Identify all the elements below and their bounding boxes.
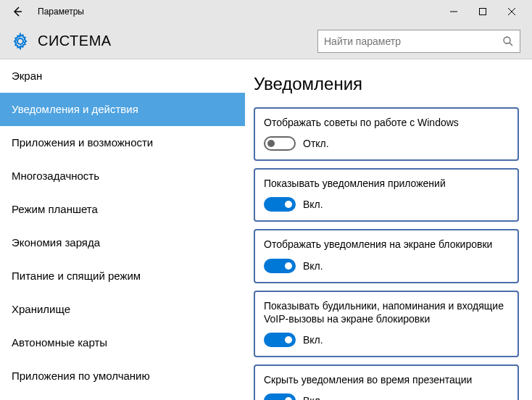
toggle-row: Вкл. <box>264 333 509 347</box>
toggle-switch[interactable] <box>264 333 296 347</box>
minimize-button[interactable] <box>439 0 468 23</box>
sidebar-item[interactable]: Экономия заряда <box>0 226 245 259</box>
settings-list: Отображать советы по работе с WindowsОтк… <box>254 107 519 400</box>
search-box[interactable] <box>317 30 520 53</box>
toggle-row: Вкл. <box>264 393 509 400</box>
sidebar-item[interactable]: Хранилище <box>0 293 245 326</box>
sidebar-item-label: Автономные карты <box>12 336 107 349</box>
content-title: Уведомления <box>254 74 519 94</box>
sidebar-item[interactable]: Режим планшета <box>0 193 245 226</box>
sidebar-item-label: Режим планшета <box>12 203 98 215</box>
back-button[interactable] <box>6 0 29 23</box>
sidebar-item[interactable]: Приложения и возможности <box>0 126 245 159</box>
toggle-switch[interactable] <box>264 393 296 400</box>
search-icon <box>502 36 514 47</box>
toggle-switch[interactable] <box>264 197 296 212</box>
sidebar-item-label: Приложения и возможности <box>12 136 153 149</box>
setting-card: Показывать уведомления приложенийВкл. <box>254 168 519 222</box>
sidebar-item[interactable]: Питание и спящий режим <box>0 259 245 293</box>
toggle-row: Откл. <box>264 136 509 151</box>
setting-label: Показывать будильники, напоминания и вхо… <box>264 299 509 325</box>
toggle-knob <box>285 336 292 343</box>
toggle-switch[interactable] <box>264 136 296 151</box>
window-title: Параметры <box>38 7 84 17</box>
body: ЭкранУведомления и действияПриложения и … <box>0 59 532 400</box>
sidebar-item-label: Экономия заряда <box>12 236 100 249</box>
toggle-state-label: Вкл. <box>303 395 323 400</box>
sidebar-item[interactable]: Автономные карты <box>0 326 245 359</box>
sidebar-item-label: Приложения по умолчанию <box>12 370 150 382</box>
setting-label: Показывать уведомления приложений <box>264 177 509 190</box>
setting-label: Отображать советы по работе с Windows <box>264 116 509 129</box>
search-input[interactable] <box>324 36 502 47</box>
close-icon <box>508 8 515 15</box>
setting-card: Показывать будильники, напоминания и вхо… <box>254 291 519 357</box>
sidebar-item[interactable]: Приложения по умолчанию <box>0 359 245 393</box>
setting-card: Отображать советы по работе с WindowsОтк… <box>254 107 519 161</box>
sidebar-item-label: Питание и спящий режим <box>12 270 141 282</box>
setting-card: Отображать уведомления на экране блокиро… <box>254 229 519 283</box>
toggle-state-label: Вкл. <box>303 334 323 346</box>
toggle-state-label: Откл. <box>303 138 329 149</box>
sidebar-item-label: Уведомления и действия <box>12 103 138 115</box>
svg-point-1 <box>504 37 510 43</box>
sidebar-item[interactable]: Многозадачность <box>0 159 245 193</box>
toggle-switch[interactable] <box>264 259 296 273</box>
toggle-state-label: Вкл. <box>303 199 323 210</box>
toggle-knob <box>285 262 292 270</box>
toggle-knob <box>285 201 292 208</box>
gear-icon <box>12 33 29 50</box>
sidebar-item-label: Хранилище <box>12 303 70 315</box>
sidebar-item[interactable]: Экран <box>0 59 245 93</box>
minimize-icon <box>450 8 457 15</box>
titlebar: Параметры <box>0 0 532 23</box>
setting-card: Скрыть уведомления во время презентацииВ… <box>254 364 519 400</box>
window-controls <box>439 0 526 23</box>
arrow-left-icon <box>12 6 23 17</box>
toggle-row: Вкл. <box>264 197 509 212</box>
svg-rect-0 <box>480 9 486 15</box>
toggle-state-label: Вкл. <box>303 260 323 272</box>
content: Уведомления Отображать советы по работе … <box>245 59 532 400</box>
page-title: СИСТЕМА <box>38 33 112 49</box>
setting-label: Отображать уведомления на экране блокиро… <box>264 238 509 251</box>
setting-label: Скрыть уведомления во время презентации <box>264 373 509 386</box>
toggle-knob <box>267 140 275 147</box>
sidebar-item[interactable]: Уведомления и действия <box>0 93 245 126</box>
sidebar-item-label: Экран <box>12 70 42 82</box>
sidebar: ЭкранУведомления и действияПриложения и … <box>0 59 245 400</box>
maximize-icon <box>479 8 486 15</box>
toggle-row: Вкл. <box>264 259 509 273</box>
header: СИСТЕМА <box>0 23 532 59</box>
sidebar-item-label: Многозадачность <box>12 170 99 182</box>
maximize-button[interactable] <box>468 0 497 23</box>
close-button[interactable] <box>497 0 526 23</box>
toggle-knob <box>285 397 292 400</box>
